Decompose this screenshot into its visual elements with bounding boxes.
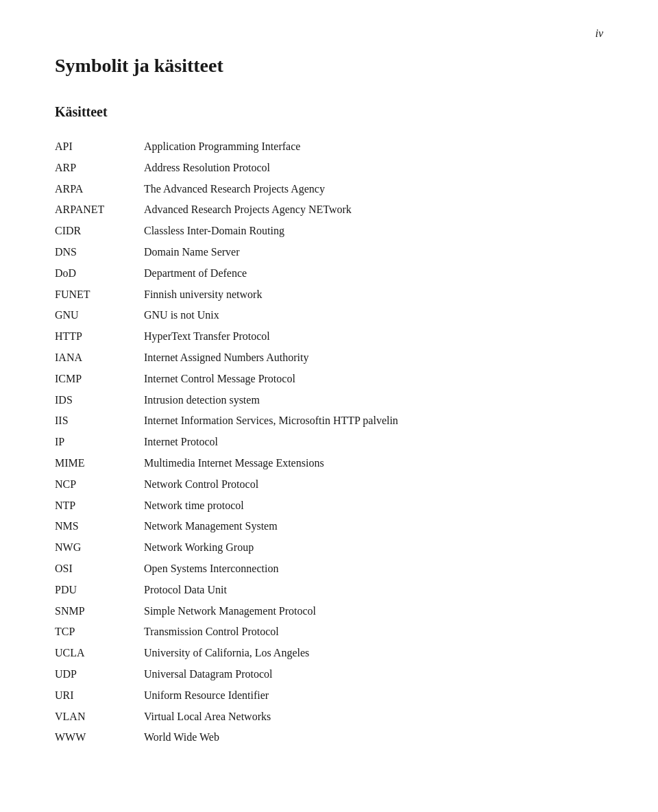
glossary-abbr: FUNET [55, 284, 144, 306]
glossary-definition: Universal Datagram Protocol [144, 664, 603, 685]
glossary-definition: GNU is not Unix [144, 305, 603, 326]
page-container: iv Symbolit ja käsitteet Käsitteet APIAp… [0, 0, 658, 789]
glossary-abbr: ARPA [55, 179, 144, 200]
glossary-definition: Internet Assigned Numbers Authority [144, 347, 603, 369]
glossary-abbr: OSI [55, 558, 144, 580]
glossary-definition: Internet Control Message Protocol [144, 369, 603, 390]
glossary-abbr: PDU [55, 580, 144, 601]
glossary-row: APIApplication Programming Interface [55, 136, 603, 158]
glossary-abbr: NMS [55, 516, 144, 537]
glossary-definition: Domain Name Server [144, 242, 603, 263]
glossary-row: DoDDepartment of Defence [55, 263, 603, 284]
glossary-definition: Intrusion detection system [144, 390, 603, 411]
glossary-abbr: IANA [55, 347, 144, 369]
glossary-abbr: ARP [55, 158, 144, 179]
glossary-row: CIDRClassless Inter-Domain Routing [55, 221, 603, 242]
glossary-abbr: WWW [55, 727, 144, 748]
glossary-definition: Application Programming Interface [144, 136, 603, 158]
glossary-row: ICMPInternet Control Message Protocol [55, 369, 603, 390]
glossary-row: IDSIntrusion detection system [55, 390, 603, 411]
glossary-row: IISInternet Information Services, Micros… [55, 410, 603, 432]
glossary-definition: Simple Network Management Protocol [144, 601, 603, 622]
glossary-abbr: NTP [55, 495, 144, 517]
glossary-abbr: ICMP [55, 369, 144, 390]
glossary-row: ARPAThe Advanced Research Projects Agenc… [55, 179, 603, 200]
glossary-row: TCPTransmission Control Protocol [55, 622, 603, 643]
glossary-abbr: ARPANET [55, 199, 144, 221]
glossary-definition: Open Systems Interconnection [144, 558, 603, 580]
glossary-abbr: URI [55, 685, 144, 706]
glossary-definition: Department of Defence [144, 263, 603, 284]
glossary-row: IPInternet Protocol [55, 432, 603, 453]
glossary-abbr: IDS [55, 390, 144, 411]
glossary-row: WWWWorld Wide Web [55, 727, 603, 748]
glossary-abbr: HTTP [55, 326, 144, 347]
glossary-definition: University of California, Los Angeles [144, 643, 603, 664]
glossary-row: ARPAddress Resolution Protocol [55, 158, 603, 179]
glossary-row: URIUniform Resource Identifier [55, 685, 603, 706]
glossary-definition: Network time protocol [144, 495, 603, 517]
glossary-row: SNMPSimple Network Management Protocol [55, 601, 603, 622]
glossary-abbr: MIME [55, 453, 144, 474]
glossary-abbr: GNU [55, 305, 144, 326]
glossary-abbr: NCP [55, 474, 144, 495]
glossary-abbr: API [55, 136, 144, 158]
glossary-row: NWGNetwork Working Group [55, 537, 603, 558]
glossary-abbr: TCP [55, 622, 144, 643]
glossary-row: GNUGNU is not Unix [55, 305, 603, 326]
glossary-row: UCLAUniversity of California, Los Angele… [55, 643, 603, 664]
glossary-abbr: IIS [55, 410, 144, 432]
glossary-row: FUNETFinnish university network [55, 284, 603, 306]
glossary-row: NTPNetwork time protocol [55, 495, 603, 517]
glossary-row: VLANVirtual Local Area Networks [55, 706, 603, 728]
glossary-definition: Network Working Group [144, 537, 603, 558]
glossary-definition: Address Resolution Protocol [144, 158, 603, 179]
glossary-row: MIMEMultimedia Internet Message Extensio… [55, 453, 603, 474]
page-number: iv [595, 27, 603, 40]
glossary-abbr: SNMP [55, 601, 144, 622]
glossary-definition: Transmission Control Protocol [144, 622, 603, 643]
glossary-row: NCPNetwork Control Protocol [55, 474, 603, 495]
glossary-table: APIApplication Programming InterfaceARPA… [55, 136, 603, 748]
glossary-definition: Protocol Data Unit [144, 580, 603, 601]
glossary-definition: Virtual Local Area Networks [144, 706, 603, 728]
glossary-row: OSIOpen Systems Interconnection [55, 558, 603, 580]
glossary-definition: Internet Information Services, Microsoft… [144, 410, 603, 432]
section-heading: Käsitteet [55, 104, 603, 120]
glossary-abbr: UDP [55, 664, 144, 685]
glossary-row: PDUProtocol Data Unit [55, 580, 603, 601]
glossary-definition: Advanced Research Projects Agency NETwor… [144, 199, 603, 221]
glossary-definition: The Advanced Research Projects Agency [144, 179, 603, 200]
glossary-definition: Network Control Protocol [144, 474, 603, 495]
glossary-definition: Multimedia Internet Message Extensions [144, 453, 603, 474]
glossary-row: ARPANETAdvanced Research Projects Agency… [55, 199, 603, 221]
glossary-abbr: DNS [55, 242, 144, 263]
glossary-row: NMSNetwork Management System [55, 516, 603, 537]
glossary-abbr: NWG [55, 537, 144, 558]
glossary-row: UDPUniversal Datagram Protocol [55, 664, 603, 685]
glossary-definition: Classless Inter-Domain Routing [144, 221, 603, 242]
glossary-abbr: CIDR [55, 221, 144, 242]
page-title: Symbolit ja käsitteet [55, 55, 603, 77]
glossary-abbr: IP [55, 432, 144, 453]
glossary-abbr: DoD [55, 263, 144, 284]
glossary-definition: Network Management System [144, 516, 603, 537]
glossary-abbr: VLAN [55, 706, 144, 728]
glossary-definition: World Wide Web [144, 727, 603, 748]
glossary-abbr: UCLA [55, 643, 144, 664]
glossary-row: HTTPHyperText Transfer Protocol [55, 326, 603, 347]
glossary-definition: Finnish university network [144, 284, 603, 306]
glossary-row: DNSDomain Name Server [55, 242, 603, 263]
glossary-definition: Internet Protocol [144, 432, 603, 453]
glossary-definition: HyperText Transfer Protocol [144, 326, 603, 347]
glossary-row: IANAInternet Assigned Numbers Authority [55, 347, 603, 369]
glossary-definition: Uniform Resource Identifier [144, 685, 603, 706]
